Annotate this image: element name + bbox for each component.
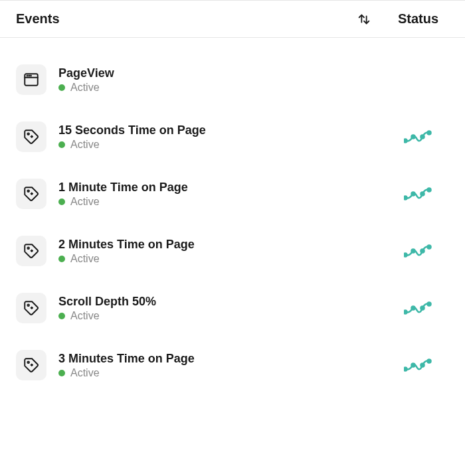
svg-point-22 — [412, 307, 415, 310]
event-status: Active — [58, 139, 392, 151]
status-dot-icon — [58, 84, 65, 91]
header-events-label[interactable]: Events — [16, 11, 357, 27]
svg-point-25 — [27, 361, 29, 363]
event-row[interactable]: Scroll Depth 50% Active — [0, 279, 465, 337]
status-text: Active — [70, 82, 100, 94]
event-status: Active — [58, 310, 392, 322]
status-dot-icon — [58, 256, 65, 262]
event-status: Active — [58, 196, 392, 208]
svg-point-2 — [27, 76, 28, 76]
event-title: 3 Minutes Time on Page — [58, 352, 392, 366]
status-dot-icon — [58, 141, 65, 148]
event-icon-box — [16, 64, 46, 95]
event-status: Active — [58, 367, 392, 379]
event-text: PageView Active — [58, 66, 421, 94]
event-status: Active — [58, 253, 392, 265]
event-row[interactable]: PageView Active — [0, 51, 465, 108]
svg-point-23 — [421, 307, 424, 310]
browser-icon — [23, 71, 40, 88]
table-header: Events Status — [0, 0, 465, 38]
event-text: Scroll Depth 50% Active — [58, 295, 392, 322]
event-title: Scroll Depth 50% — [58, 295, 392, 309]
svg-point-14 — [428, 189, 431, 192]
event-chart[interactable] — [404, 186, 449, 202]
event-row[interactable]: 3 Minutes Time on Page Active — [0, 337, 465, 394]
event-title: 15 Seconds Time on Page — [58, 123, 392, 137]
status-text: Active — [70, 310, 100, 322]
sort-icon — [357, 12, 371, 27]
event-chart[interactable] — [404, 357, 449, 373]
svg-point-18 — [421, 250, 424, 253]
event-chart[interactable] — [404, 300, 449, 316]
svg-point-8 — [421, 135, 424, 139]
event-row[interactable]: 1 Minute Time on Page Active — [0, 165, 465, 222]
status-dot-icon — [58, 313, 65, 319]
status-text: Active — [70, 367, 100, 379]
tag-icon — [23, 185, 40, 202]
svg-point-12 — [412, 193, 415, 196]
svg-point-3 — [29, 76, 29, 76]
status-dot-icon — [58, 370, 65, 376]
event-status: Active — [58, 82, 421, 94]
svg-point-4 — [31, 76, 31, 76]
sort-button[interactable] — [357, 12, 371, 27]
event-icon-box — [16, 121, 46, 152]
svg-point-13 — [421, 193, 424, 196]
svg-point-9 — [428, 131, 431, 135]
svg-point-15 — [27, 247, 29, 249]
event-icon-box — [16, 179, 46, 209]
svg-point-6 — [404, 139, 407, 143]
svg-point-11 — [404, 197, 407, 200]
sparkline-icon — [404, 129, 433, 145]
status-text: Active — [70, 139, 100, 151]
event-icon-box — [16, 293, 46, 323]
status-text: Active — [70, 253, 100, 265]
event-title: 2 Minutes Time on Page — [58, 238, 392, 252]
sparkline-icon — [404, 186, 433, 202]
event-title: 1 Minute Time on Page — [58, 181, 392, 195]
status-dot-icon — [58, 198, 65, 205]
tag-icon — [23, 128, 40, 145]
sparkline-icon — [404, 357, 433, 373]
svg-point-7 — [412, 135, 415, 139]
status-text: Active — [70, 196, 100, 208]
event-title: PageView — [58, 66, 421, 80]
svg-point-24 — [428, 303, 431, 306]
svg-point-5 — [27, 133, 29, 135]
event-text: 15 Seconds Time on Page Active — [58, 123, 392, 151]
tag-icon — [23, 299, 40, 317]
event-icon-box — [16, 236, 46, 266]
event-text: 3 Minutes Time on Page Active — [58, 352, 392, 379]
event-row[interactable]: 2 Minutes Time on Page Active — [0, 222, 465, 279]
svg-point-20 — [27, 304, 29, 306]
event-text: 2 Minutes Time on Page Active — [58, 238, 392, 265]
event-chart[interactable] — [404, 129, 449, 145]
svg-point-28 — [421, 364, 424, 367]
sparkline-icon — [404, 300, 433, 316]
svg-point-16 — [404, 254, 407, 257]
tag-icon — [23, 357, 40, 374]
sparkline-icon — [404, 243, 433, 259]
events-list: PageView Active 15 Seconds Time on Page … — [0, 38, 465, 394]
header-status-label[interactable]: Status — [398, 11, 449, 27]
svg-point-26 — [404, 368, 407, 371]
event-text: 1 Minute Time on Page Active — [58, 181, 392, 208]
event-icon-box — [16, 350, 46, 380]
svg-point-19 — [428, 246, 431, 249]
svg-point-17 — [412, 250, 415, 253]
event-row[interactable]: 15 Seconds Time on Page Active — [0, 108, 465, 165]
svg-point-29 — [428, 360, 431, 363]
event-chart[interactable] — [404, 243, 449, 259]
svg-point-21 — [404, 311, 407, 314]
svg-point-27 — [412, 364, 415, 367]
tag-icon — [23, 242, 40, 260]
svg-point-10 — [27, 190, 29, 192]
